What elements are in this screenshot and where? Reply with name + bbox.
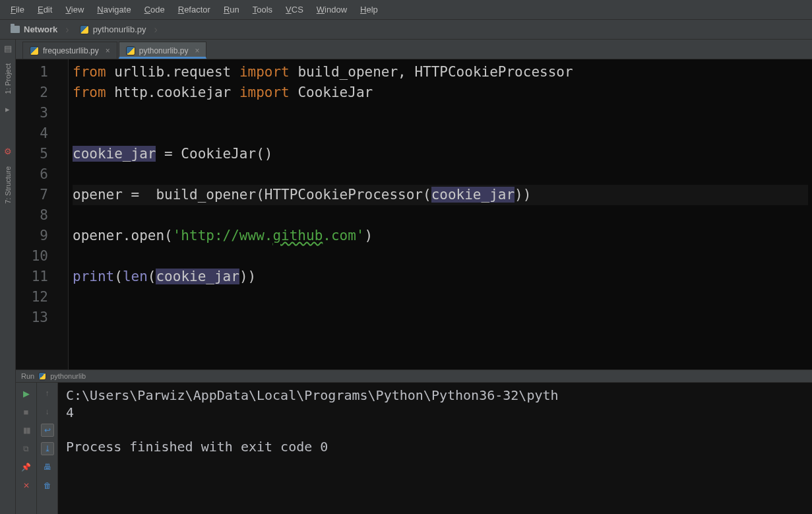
exit-button[interactable]: ⧉ [20,442,33,455]
menu-vcs[interactable]: VCS [279,5,310,15]
run-config-name: pythonurlib [50,372,86,380]
print-button[interactable]: 🖶 [41,461,54,474]
code-area[interactable]: from urllib.request import build_opener,… [69,59,812,369]
menu-view[interactable]: View [59,5,90,15]
code-line[interactable]: opener = build_opener(HTTPCookieProcesso… [73,185,808,205]
run-buttons-col1: ▶ ■ ▮▮ ⧉ 📌 ✕ [16,383,37,514]
project-tool-button[interactable]: 1: Project [4,59,12,98]
clear-button[interactable]: 🗑 [41,479,54,492]
close-icon[interactable]: × [195,46,199,55]
run-tool-header[interactable]: Run pythonurlib [16,369,812,383]
breadcrumb-file-label: pythonurlib.py [93,24,146,34]
python-file-icon [80,25,89,34]
breadcrumb: Network pythonurlib.py [0,20,812,40]
menu-window[interactable]: Window [310,5,354,15]
code-line[interactable]: cookie_jar = CookieJar() [73,144,808,164]
pause-button[interactable]: ▮▮ [20,424,33,437]
code-line[interactable] [73,123,808,144]
menu-bar: FileEditViewNavigateCodeRefactorRunTools… [0,0,812,20]
pin-button[interactable]: 📌 [20,461,33,474]
collapse-icon[interactable]: ▸ [3,104,13,113]
soft-wrap-button[interactable]: ↩ [41,424,54,437]
menu-refactor[interactable]: Refactor [172,5,217,15]
folder-icon [11,26,20,33]
left-tool-strip: ▤ 1: Project ▸ ⚙ 7: Structure [0,40,16,514]
scroll-end-button[interactable]: ⤓ [41,442,54,455]
code-line[interactable] [73,164,808,185]
tab-pythonurlib-py[interactable]: pythonurlib.py× [119,42,207,59]
close-icon[interactable]: × [106,46,110,55]
editor-tabs: frequesturllib.py×pythonurlib.py× [0,40,812,59]
python-file-icon [126,46,135,55]
rerun-button[interactable]: ▶ [20,387,33,400]
code-line[interactable]: print(len(cookie_jar)) [73,267,808,287]
breadcrumb-root-label: Network [24,24,57,34]
code-line[interactable] [73,103,808,123]
console-output[interactable]: C:\Users\Parwiz\AppData\Local\Programs\P… [58,383,812,514]
breadcrumb-file[interactable]: pythonurlib.py [75,24,163,36]
code-line[interactable]: from http.cookiejar import CookieJar [73,82,808,103]
code-line[interactable]: from urllib.request import build_opener,… [73,62,808,82]
structure-tool-button[interactable]: 7: Structure [4,162,12,208]
python-file-icon [38,372,46,380]
menu-navigate[interactable]: Navigate [90,5,137,15]
run-label: Run [21,372,34,380]
code-line[interactable] [73,307,808,328]
menu-run[interactable]: Run [217,5,246,15]
run-tool-window: ▶ ■ ▮▮ ⧉ 📌 ✕ ↑ ↓ ↩ ⤓ 🖶 🗑 C:\Users\Parwiz… [16,383,812,514]
code-line[interactable] [73,205,808,226]
menu-code[interactable]: Code [138,5,172,15]
down-trace-button[interactable]: ↓ [41,405,54,418]
up-trace-button[interactable]: ↑ [41,387,54,400]
breadcrumb-root[interactable]: Network [5,24,75,36]
close-button[interactable]: ✕ [20,479,33,492]
run-buttons-col2: ↑ ↓ ↩ ⤓ 🖶 🗑 [37,383,58,514]
menu-edit[interactable]: Edit [31,5,59,15]
structure-icon[interactable]: ⚙ [3,146,13,156]
python-file-icon [30,46,39,55]
menu-help[interactable]: Help [354,5,385,15]
stop-button[interactable]: ■ [20,405,33,418]
code-line[interactable] [73,246,808,267]
code-editor[interactable]: 12345678910111213 from urllib.request im… [16,59,812,369]
line-gutter: 12345678910111213 [16,59,69,369]
menu-tools[interactable]: Tools [246,5,279,15]
project-icon[interactable]: ▤ [3,44,13,53]
tab-frequesturllib-py[interactable]: frequesturllib.py× [22,42,117,59]
menu-file[interactable]: File [4,5,31,15]
code-line[interactable]: opener.open('http://www.github.com') [73,226,808,246]
code-line[interactable] [73,287,808,307]
